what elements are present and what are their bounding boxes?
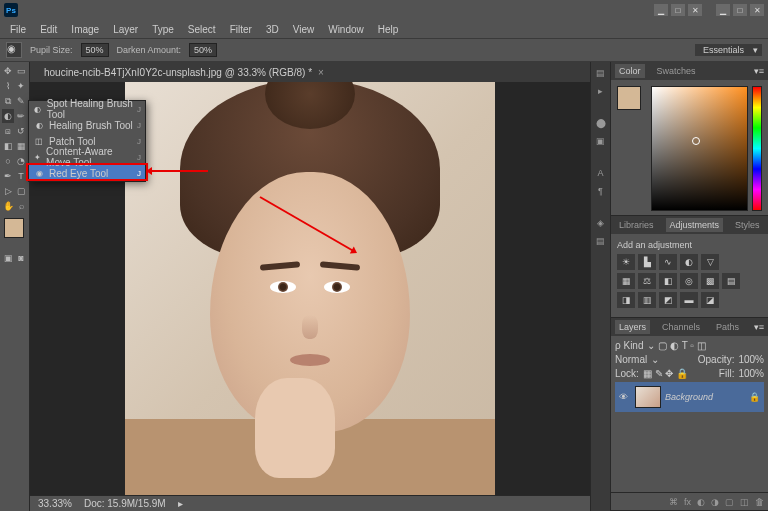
adj-lookup-icon[interactable]: ▤: [722, 273, 740, 289]
lasso-tool[interactable]: ⌇: [2, 79, 14, 93]
brushes-panel-icon[interactable]: ⬤: [594, 116, 608, 130]
layer-name[interactable]: Background: [665, 392, 713, 402]
type-tool[interactable]: T: [15, 169, 27, 183]
zoom-display[interactable]: 33.33%: [38, 498, 72, 509]
darken-amount-input[interactable]: 50%: [189, 43, 217, 57]
layer-thumbnail[interactable]: [635, 386, 661, 408]
dodge-tool[interactable]: ◔: [15, 154, 27, 168]
move-tool[interactable]: ✥: [2, 64, 14, 78]
zoom-tool[interactable]: ⌕: [15, 199, 27, 213]
clone-panel-icon[interactable]: ▣: [594, 134, 608, 148]
color-picker[interactable]: [651, 86, 748, 211]
shape-tool[interactable]: ▢: [15, 184, 27, 198]
menu-3d[interactable]: 3D: [260, 22, 285, 37]
eyedropper-tool[interactable]: ✎: [15, 94, 27, 108]
status-chevron-icon[interactable]: ▸: [178, 498, 183, 509]
swatches-tab[interactable]: Swatches: [653, 64, 700, 78]
path-tool[interactable]: ▷: [2, 184, 14, 198]
healing-tool[interactable]: ◐: [2, 109, 14, 123]
history-brush-tool[interactable]: ↺: [15, 124, 27, 138]
menu-layer[interactable]: Layer: [107, 22, 144, 37]
hue-slider[interactable]: [752, 86, 762, 211]
adj-mixer-icon[interactable]: ▩: [701, 273, 719, 289]
color-tab[interactable]: Color: [615, 64, 645, 78]
flyout-content-aware[interactable]: ✦Content-Aware Move ToolJ: [29, 149, 145, 165]
fill-input[interactable]: 100%: [738, 368, 764, 379]
adj-balance-icon[interactable]: ⚖: [638, 273, 656, 289]
libraries-tab[interactable]: Libraries: [615, 218, 658, 232]
crop-tool[interactable]: ⧉: [2, 94, 14, 108]
styles-tab[interactable]: Styles: [731, 218, 764, 232]
adj-select-icon[interactable]: ◪: [701, 292, 719, 308]
menu-type[interactable]: Type: [146, 22, 180, 37]
layer-mask-icon[interactable]: ◐: [697, 497, 705, 507]
panel-minimize-button[interactable]: ▁: [654, 4, 668, 16]
lock-icon[interactable]: 🔒: [749, 392, 760, 402]
lock-icons[interactable]: ▦ ✎ ✥ 🔒: [643, 368, 688, 379]
visibility-icon[interactable]: 👁: [619, 392, 631, 402]
window-maximize-button[interactable]: □: [733, 4, 747, 16]
wand-tool[interactable]: ✦: [15, 79, 27, 93]
color-panel-menu-icon[interactable]: ▾≡: [754, 66, 764, 76]
menu-filter[interactable]: Filter: [224, 22, 258, 37]
adj-hue-icon[interactable]: ▦: [617, 273, 635, 289]
adj-thresh-icon[interactable]: ◩: [659, 292, 677, 308]
menu-edit[interactable]: Edit: [34, 22, 63, 37]
adj-grad-icon[interactable]: ▬: [680, 292, 698, 308]
panel-close-button[interactable]: ✕: [688, 4, 702, 16]
new-adj-icon[interactable]: ◑: [711, 497, 719, 507]
layer-fx-icon[interactable]: fx: [684, 497, 691, 507]
actions-panel-icon[interactable]: ▸: [594, 84, 608, 98]
quick-mask-button[interactable]: ◙: [15, 251, 27, 265]
window-close-button[interactable]: ✕: [750, 4, 764, 16]
pupil-size-input[interactable]: 50%: [81, 43, 109, 57]
hand-tool[interactable]: ✋: [2, 199, 14, 213]
brush-tool[interactable]: ✏: [15, 109, 27, 123]
blur-tool[interactable]: ○: [2, 154, 14, 168]
opacity-input[interactable]: 100%: [738, 354, 764, 365]
eraser-tool[interactable]: ◧: [2, 139, 14, 153]
redeye-tool-icon[interactable]: ◉: [6, 42, 22, 58]
pen-tool[interactable]: ✒: [2, 169, 14, 183]
color-swatch[interactable]: [617, 86, 641, 110]
adjustments-tab[interactable]: Adjustments: [666, 218, 724, 232]
layers-panel-menu-icon[interactable]: ▾≡: [754, 322, 764, 332]
window-minimize-button[interactable]: ▁: [716, 4, 730, 16]
adj-vibrance-icon[interactable]: ▽: [701, 254, 719, 270]
delete-layer-icon[interactable]: 🗑: [755, 497, 764, 507]
adj-invert-icon[interactable]: ◨: [617, 292, 635, 308]
channels-tab[interactable]: Channels: [658, 320, 704, 334]
adj-curves-icon[interactable]: ∿: [659, 254, 677, 270]
char-panel-icon[interactable]: A: [594, 166, 608, 180]
marquee-tool[interactable]: ▭: [15, 64, 27, 78]
close-tab-icon[interactable]: ×: [318, 67, 324, 78]
info-panel-icon[interactable]: ▤: [594, 234, 608, 248]
new-group-icon[interactable]: ▢: [725, 497, 734, 507]
layers-tab[interactable]: Layers: [615, 320, 650, 334]
panel-restore-button[interactable]: □: [671, 4, 685, 16]
para-panel-icon[interactable]: ¶: [594, 184, 608, 198]
nav-panel-icon[interactable]: ◈: [594, 216, 608, 230]
adj-photo-icon[interactable]: ◎: [680, 273, 698, 289]
menu-view[interactable]: View: [287, 22, 321, 37]
menu-image[interactable]: Image: [65, 22, 105, 37]
new-layer-icon[interactable]: ◫: [740, 497, 749, 507]
blend-mode-select[interactable]: Normal: [615, 354, 647, 365]
menu-file[interactable]: File: [4, 22, 32, 37]
screen-mode-button[interactable]: ▣: [2, 251, 14, 265]
menu-window[interactable]: Window: [322, 22, 370, 37]
layer-row-background[interactable]: 👁 Background 🔒: [615, 382, 764, 412]
adj-bw-icon[interactable]: ◧: [659, 273, 677, 289]
foreground-background-swatch[interactable]: [4, 218, 24, 238]
gradient-tool[interactable]: ▦: [15, 139, 27, 153]
workspace-selector[interactable]: Essentials: [695, 44, 762, 56]
stamp-tool[interactable]: ⧇: [2, 124, 14, 138]
layer-kind-filter[interactable]: ρ Kind: [615, 340, 643, 351]
history-panel-icon[interactable]: ▤: [594, 66, 608, 80]
paths-tab[interactable]: Paths: [712, 320, 743, 334]
menu-help[interactable]: Help: [372, 22, 405, 37]
adj-post-icon[interactable]: ▥: [638, 292, 656, 308]
flyout-spot-healing[interactable]: ◐Spot Healing Brush ToolJ: [29, 101, 145, 117]
adj-levels-icon[interactable]: ▙: [638, 254, 656, 270]
adj-brightness-icon[interactable]: ☀: [617, 254, 635, 270]
